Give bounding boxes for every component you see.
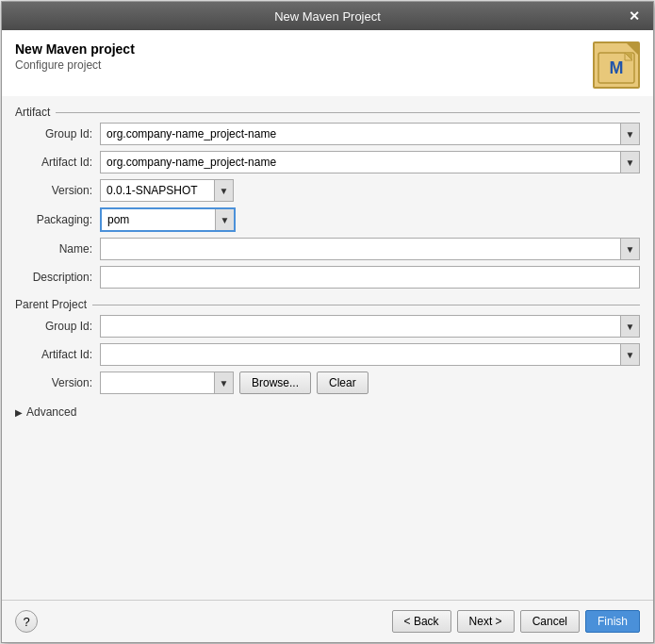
- svg-text:M: M: [610, 58, 624, 77]
- artifact-packaging-combo: ▼: [100, 207, 236, 232]
- maven-logo-svg: M: [597, 45, 636, 85]
- footer-right: < Back Next > Cancel Finish: [392, 610, 640, 633]
- footer-left: ?: [15, 610, 386, 633]
- artifact-id-wrapper: ▼: [100, 151, 640, 173]
- parent-group-id-row: Group Id: ▼: [15, 315, 640, 338]
- artifact-id-dropdown-btn[interactable]: ▼: [620, 152, 639, 173]
- artifact-section-label: Artifact: [15, 106, 640, 119]
- artifact-description-label: Description:: [15, 271, 100, 284]
- maven-icon-inner: M: [593, 41, 640, 89]
- finish-button[interactable]: Finish: [585, 610, 640, 633]
- artifact-packaging-wrapper: ▼: [100, 207, 640, 232]
- parent-version-label: Version:: [15, 376, 100, 389]
- next-button[interactable]: Next >: [457, 610, 515, 633]
- parent-group-id-combo: ▼: [100, 315, 640, 338]
- parent-version-wrapper: ▼ Browse... Clear: [100, 372, 640, 394]
- maven-icon: M: [593, 41, 640, 89]
- artifact-version-wrapper: ▼: [100, 179, 640, 202]
- parent-artifact-id-wrapper: ▼: [100, 343, 640, 366]
- parent-version-dropdown-btn[interactable]: ▼: [214, 372, 233, 393]
- parent-version-combo: ▼: [100, 372, 234, 394]
- artifact-packaging-row: Packaging: ▼: [15, 207, 640, 232]
- artifact-description-wrapper: [100, 266, 640, 289]
- artifact-name-wrapper: ▼: [100, 238, 640, 260]
- artifact-name-combo: ▼: [100, 238, 640, 260]
- artifact-name-row: Name: ▼: [15, 238, 640, 260]
- artifact-id-row: Artifact Id: ▼: [15, 151, 640, 173]
- artifact-version-input[interactable]: [101, 180, 214, 201]
- advanced-arrow-icon: ▶: [15, 407, 23, 418]
- artifact-group-id-row: Group Id: ▼: [15, 123, 640, 145]
- parent-artifact-id-input[interactable]: [101, 344, 620, 365]
- parent-artifact-id-row: Artifact Id: ▼: [15, 343, 640, 366]
- artifact-name-input[interactable]: [101, 239, 620, 259]
- title-bar: New Maven Project ✕: [2, 2, 653, 30]
- parent-version-controls: ▼ Browse... Clear: [100, 372, 640, 394]
- artifact-name-label: Name:: [15, 242, 100, 256]
- artifact-id-input[interactable]: [101, 152, 620, 173]
- new-maven-project-dialog: New Maven Project ✕ New Maven project Co…: [1, 1, 654, 643]
- artifact-version-label: Version:: [15, 184, 100, 197]
- parent-version-input[interactable]: [101, 372, 214, 393]
- dialog-content: Artifact Group Id: ▼ Artifact Id: ▼: [2, 96, 653, 600]
- artifact-version-dropdown-btn[interactable]: ▼: [214, 180, 233, 201]
- dialog-header: New Maven project Configure project M: [2, 30, 653, 96]
- browse-button[interactable]: Browse...: [239, 372, 311, 394]
- artifact-group-id-combo: ▼: [100, 123, 640, 145]
- artifact-name-dropdown-btn[interactable]: ▼: [620, 239, 639, 259]
- parent-artifact-id-combo: ▼: [100, 343, 640, 366]
- help-button[interactable]: ?: [15, 610, 38, 633]
- close-button[interactable]: ✕: [625, 8, 644, 24]
- parent-artifact-id-dropdown-btn[interactable]: ▼: [620, 344, 639, 365]
- dialog-title: New Maven Project: [30, 9, 625, 24]
- dialog-footer: ? < Back Next > Cancel Finish: [2, 600, 653, 642]
- advanced-label: Advanced: [26, 405, 76, 419]
- artifact-group-id-wrapper: ▼: [100, 123, 640, 145]
- parent-artifact-id-label: Artifact Id:: [15, 348, 100, 361]
- header-text: New Maven project Configure project: [15, 41, 135, 72]
- clear-button[interactable]: Clear: [317, 372, 368, 394]
- artifact-packaging-dropdown-btn[interactable]: ▼: [215, 209, 234, 230]
- artifact-id-label: Artifact Id:: [15, 156, 100, 169]
- artifact-group-id-input[interactable]: [101, 124, 620, 144]
- header-subtitle: Configure project: [15, 58, 135, 72]
- parent-group-id-input[interactable]: [101, 316, 620, 337]
- artifact-packaging-label: Packaging:: [15, 213, 100, 226]
- artifact-group-id-dropdown-btn[interactable]: ▼: [620, 124, 639, 144]
- parent-version-row: Version: ▼ Browse... Clear: [15, 372, 640, 394]
- parent-group-id-wrapper: ▼: [100, 315, 640, 338]
- back-button[interactable]: < Back: [392, 610, 451, 633]
- parent-group-id-label: Group Id:: [15, 320, 100, 333]
- advanced-section[interactable]: ▶ Advanced: [15, 400, 640, 424]
- artifact-id-combo: ▼: [100, 151, 640, 173]
- parent-group-id-dropdown-btn[interactable]: ▼: [620, 316, 639, 337]
- artifact-version-combo: ▼: [100, 179, 234, 202]
- artifact-description-input[interactable]: [100, 266, 640, 289]
- artifact-packaging-input[interactable]: [102, 209, 215, 230]
- cancel-button[interactable]: Cancel: [520, 610, 580, 633]
- parent-section-label: Parent Project: [15, 298, 640, 311]
- artifact-version-row: Version: ▼: [15, 179, 640, 202]
- header-title: New Maven project: [15, 41, 135, 57]
- artifact-description-row: Description:: [15, 266, 640, 289]
- artifact-group-id-label: Group Id:: [15, 127, 100, 140]
